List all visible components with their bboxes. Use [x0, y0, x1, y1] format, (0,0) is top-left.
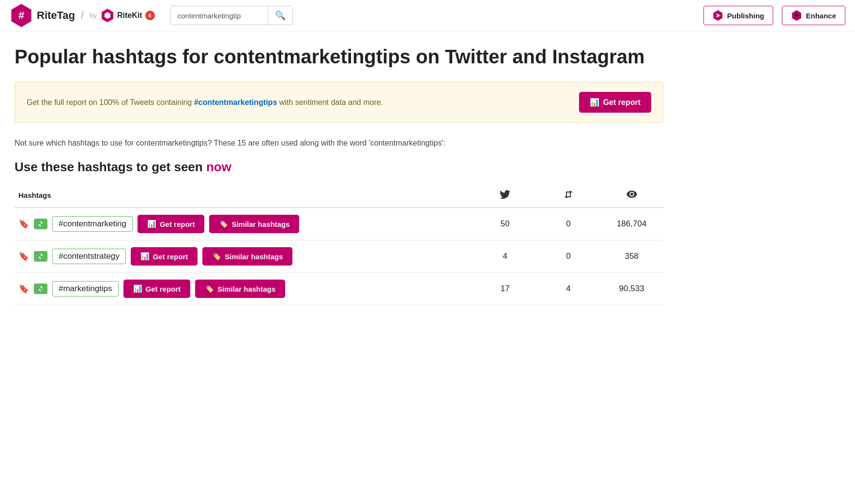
publishing-icon: ➤	[713, 10, 723, 21]
section-heading-prefix: Use these hashtags to get seen	[15, 160, 206, 174]
hashtag-tbody: 🔖 #contentmarketing 📊 Get report 🏷️ Simi…	[15, 208, 663, 305]
search-input[interactable]	[171, 8, 268, 24]
bookmark-icon-0[interactable]: 🔖	[18, 219, 29, 229]
banner-hashtag-link[interactable]: #contentmarketingtips	[194, 98, 277, 106]
report-chart-icon-1: 📊	[140, 252, 150, 261]
similar-hashtags-button-0[interactable]: 🏷️ Similar hashtags	[209, 215, 299, 233]
hashtag-cell-0: 🔖 #contentmarketing 📊 Get report 🏷️ Simi…	[15, 208, 473, 240]
hashtag-table: Hashtags	[15, 184, 663, 305]
hashtag-cell-2: 🔖 #marketingtips 📊 Get report 🏷️ Similar…	[15, 273, 473, 305]
green-badge-0	[34, 219, 47, 229]
tag-icon-2: 🏷️	[205, 284, 214, 293]
green-badge-1	[34, 251, 47, 262]
eye-count-1: 358	[600, 240, 663, 273]
retweet-icon	[563, 189, 574, 200]
table-row: 🔖 #marketingtips 📊 Get report 🏷️ Similar…	[15, 273, 663, 305]
header: # RiteTag / by RiteKit 6 🔍 ➤ Publishing …	[0, 0, 855, 31]
report-chart-icon-0: 📊	[147, 220, 156, 228]
twitter-count-0: 50	[473, 208, 537, 240]
table-header: Hashtags	[15, 184, 663, 208]
banner-get-report-button[interactable]: 📊 Get report	[579, 92, 651, 113]
col-header-eye	[600, 184, 663, 208]
section-heading: Use these hashtags to get seen now	[15, 160, 663, 175]
bar-chart-icon: 📊	[590, 98, 599, 107]
retweet-count-0: 0	[537, 208, 600, 240]
page-title: Popular hashtags for contentmarketingtip…	[15, 45, 663, 68]
notification-badge: 6	[145, 11, 155, 20]
table-row: 🔖 #contentmarketing 📊 Get report 🏷️ Simi…	[15, 208, 663, 240]
tag-icon-1: 🏷️	[212, 252, 221, 261]
description-text: Not sure which hashtags to use for conte…	[15, 137, 663, 149]
get-report-button-1[interactable]: 📊 Get report	[131, 247, 198, 266]
similar-hashtags-button-2[interactable]: 🏷️ Similar hashtags	[195, 280, 285, 298]
svg-marker-2	[38, 285, 43, 292]
tag-icon-0: 🏷️	[219, 220, 228, 228]
enhance-icon: ✦	[791, 10, 802, 21]
twitter-count-1: 4	[473, 240, 537, 273]
hashtag-name-1: #contentstrategy	[52, 249, 126, 264]
enhance-button[interactable]: ✦ Enhance	[782, 6, 845, 25]
table-row: 🔖 #contentstrategy 📊 Get report 🏷️ Simil…	[15, 240, 663, 273]
ritekit-area: RiteKit 6	[101, 9, 155, 22]
hashtag-cell-1: 🔖 #contentstrategy 📊 Get report 🏷️ Simil…	[15, 240, 473, 273]
logo-name: RiteTag	[37, 9, 75, 22]
banner-get-report-label: Get report	[603, 98, 641, 107]
hashtag-name-2: #marketingtips	[52, 281, 119, 296]
col-header-twitter	[473, 184, 537, 208]
twitter-count-2: 17	[473, 273, 537, 305]
get-report-button-2[interactable]: 📊 Get report	[123, 280, 191, 298]
green-badge-2	[34, 283, 47, 294]
eye-count-0: 186,704	[600, 208, 663, 240]
ritekit-hex-inner	[104, 12, 111, 19]
bookmark-icon-1[interactable]: 🔖	[18, 251, 29, 262]
ritekit-label: RiteKit	[117, 11, 142, 20]
ritekit-hex-icon	[101, 9, 114, 22]
svg-marker-0	[38, 221, 43, 227]
col-header-retweet	[537, 184, 600, 208]
similar-hashtags-button-1[interactable]: 🏷️ Similar hashtags	[202, 247, 292, 266]
col-header-hashtags: Hashtags	[15, 184, 473, 208]
search-area: 🔍	[170, 6, 293, 25]
section-heading-now: now	[206, 160, 231, 174]
logo-hex-icon: #	[10, 4, 33, 27]
search-button[interactable]: 🔍	[268, 6, 292, 25]
banner-text: Get the full report on 100% of Tweets co…	[27, 98, 571, 107]
publishing-button[interactable]: ➤ Publishing	[703, 6, 774, 25]
hashtag-name-0: #contentmarketing	[52, 216, 133, 232]
svg-marker-1	[38, 253, 43, 260]
retweet-count-1: 0	[537, 240, 600, 273]
action-btns-2: 📊 Get report 🏷️ Similar hashtags	[123, 280, 286, 298]
logo-area: # RiteTag / by RiteKit 6	[10, 4, 155, 27]
report-chart-icon-2: 📊	[133, 284, 142, 293]
report-banner: Get the full report on 100% of Tweets co…	[15, 82, 663, 123]
get-report-button-0[interactable]: 📊 Get report	[137, 215, 205, 233]
action-btns-0: 📊 Get report 🏷️ Similar hashtags	[137, 215, 300, 233]
bookmark-icon-2[interactable]: 🔖	[18, 283, 29, 294]
logo-hash: #	[18, 9, 24, 22]
eye-count-2: 90,533	[600, 273, 663, 305]
eye-icon	[626, 190, 638, 199]
action-btns-1: 📊 Get report 🏷️ Similar hashtags	[131, 247, 293, 266]
banner-text-before: Get the full report on 100% of Tweets co…	[27, 98, 194, 106]
logo-separator: /	[81, 9, 84, 22]
retweet-count-2: 4	[537, 273, 600, 305]
banner-text-after: with sentiment data and more.	[277, 98, 383, 106]
twitter-icon	[500, 190, 510, 199]
by-text: by	[90, 12, 97, 19]
main-content: Popular hashtags for contentmarketingtip…	[0, 31, 678, 325]
publishing-label: Publishing	[727, 12, 764, 20]
enhance-label: Enhance	[806, 12, 836, 20]
